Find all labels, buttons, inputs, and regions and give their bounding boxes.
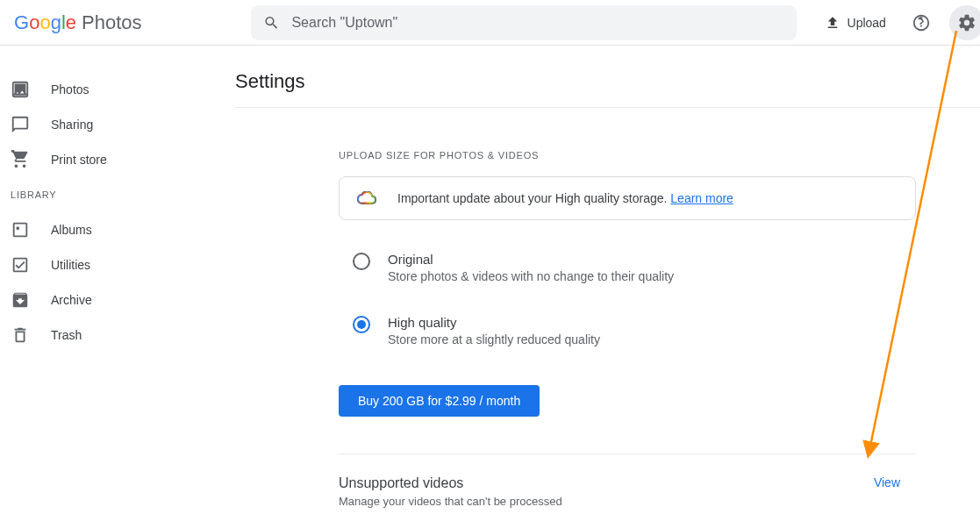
upload-icon	[825, 15, 841, 31]
logo-product-name: Photos	[82, 11, 142, 34]
sidebar-label: Photos	[51, 82, 89, 96]
upload-size-section-label: UPLOAD SIZE FOR PHOTOS & VIDEOS	[339, 150, 916, 161]
row-desc: Manage your videos that can't be process…	[339, 495, 562, 508]
trash-icon	[11, 325, 30, 345]
row-title: Unsupported videos	[339, 475, 562, 491]
header-actions: Upload	[818, 5, 980, 40]
utilities-icon	[11, 255, 30, 275]
upload-option-original[interactable]: Original Store photos & videos with no c…	[339, 245, 916, 290]
sidebar-label: Utilities	[51, 258, 90, 272]
buy-storage-button[interactable]: Buy 200 GB for $2.99 / month	[339, 385, 540, 417]
sidebar-item-archive[interactable]: Archive	[0, 282, 218, 318]
settings-button[interactable]	[949, 5, 980, 40]
page-title: Settings	[235, 70, 980, 93]
sidebar: Photos Sharing Print store LIBRARY Album…	[0, 46, 218, 514]
sidebar-label: Albums	[51, 223, 92, 237]
upload-button[interactable]: Upload	[818, 10, 893, 36]
sidebar-item-trash[interactable]: Trash	[0, 318, 218, 353]
main-content: Settings UPLOAD SIZE FOR PHOTOS & VIDEOS…	[218, 46, 980, 514]
sidebar-section-library: LIBRARY	[0, 177, 218, 212]
help-icon	[912, 13, 931, 32]
search-bar[interactable]	[251, 5, 797, 40]
sidebar-label: Sharing	[51, 118, 93, 132]
divider	[339, 453, 916, 454]
radio-title: High quality	[388, 315, 600, 330]
photo-icon	[11, 80, 30, 99]
sidebar-label: Print store	[51, 153, 107, 167]
sidebar-label: Archive	[51, 293, 92, 307]
unsupported-videos-row: Unsupported videos Manage your videos th…	[339, 475, 916, 508]
sidebar-item-sharing[interactable]: Sharing	[0, 107, 218, 142]
upload-option-high-quality[interactable]: High quality Store more at a slightly re…	[339, 308, 916, 353]
search-input[interactable]	[291, 15, 783, 31]
app-header: Google Photos Upload	[0, 0, 980, 46]
search-icon	[263, 14, 280, 32]
divider	[235, 107, 980, 108]
radio-button[interactable]	[353, 316, 370, 333]
cart-icon	[11, 150, 30, 169]
gear-icon	[957, 13, 976, 32]
storage-info-card: Important update about your High quality…	[339, 176, 916, 220]
radio-desc: Store more at a slightly reduced quality	[388, 332, 600, 346]
google-photos-logo[interactable]: Google Photos	[14, 11, 142, 34]
sidebar-item-print-store[interactable]: Print store	[0, 142, 218, 177]
sidebar-item-albums[interactable]: Albums	[0, 212, 218, 247]
albums-icon	[11, 220, 30, 239]
info-card-text: Important update about your High quality…	[397, 191, 670, 205]
sidebar-label: Trash	[51, 328, 82, 342]
sidebar-item-utilities[interactable]: Utilities	[0, 247, 218, 282]
archive-icon	[11, 290, 30, 310]
radio-button[interactable]	[353, 253, 370, 270]
cloud-icon	[357, 191, 376, 205]
upload-label: Upload	[848, 16, 886, 30]
radio-title: Original	[388, 252, 674, 267]
sidebar-item-photos[interactable]: Photos	[0, 72, 218, 107]
learn-more-link[interactable]: Learn more	[670, 191, 733, 205]
radio-desc: Store photos & videos with no change to …	[388, 269, 674, 283]
help-button[interactable]	[904, 5, 939, 40]
sharing-icon	[11, 115, 30, 134]
view-link[interactable]: View	[874, 475, 900, 489]
